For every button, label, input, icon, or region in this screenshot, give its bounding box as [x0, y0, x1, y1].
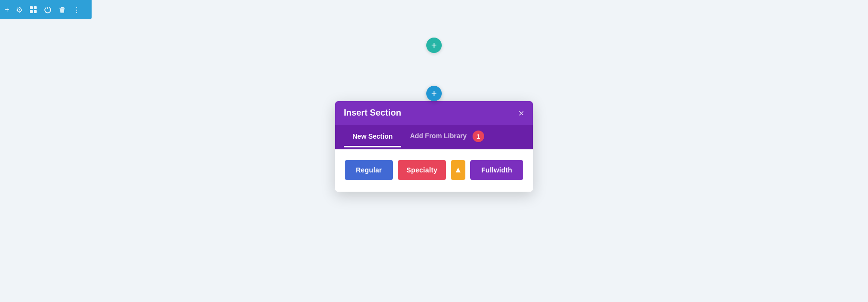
add-section-top-button[interactable]: + — [426, 38, 442, 53]
svg-rect-3 — [34, 10, 37, 13]
specialty-section-button[interactable]: Specialty — [398, 160, 446, 180]
toolbar: + ⚙ ⋮ — [0, 0, 92, 19]
library-badge: 1 — [473, 131, 484, 142]
svg-rect-4 — [59, 8, 65, 9]
modal-tabs: New Section Add From Library 1 — [335, 125, 533, 149]
power-icon[interactable] — [44, 6, 52, 13]
tab-new-section[interactable]: New Section — [344, 127, 401, 147]
add-section-button[interactable]: + — [426, 86, 442, 101]
modal-body: Regular Specialty Fullwidth — [335, 149, 533, 192]
settings-icon[interactable]: ⚙ — [16, 5, 23, 14]
delete-icon[interactable] — [58, 6, 66, 13]
layout-icon[interactable] — [29, 6, 37, 13]
svg-rect-0 — [30, 6, 33, 9]
more-icon[interactable]: ⋮ — [73, 5, 81, 14]
modal-title: Insert Section — [344, 108, 401, 118]
svg-rect-2 — [30, 10, 33, 13]
fullwidth-section-button[interactable]: Fullwidth — [470, 160, 523, 180]
svg-marker-5 — [456, 168, 461, 172]
add-icon[interactable]: + — [5, 5, 9, 14]
regular-section-button[interactable]: Regular — [345, 160, 393, 180]
svg-rect-1 — [34, 6, 37, 9]
specialty-ext-button[interactable] — [451, 160, 465, 180]
tab-add-from-library[interactable]: Add From Library 1 — [401, 125, 492, 149]
insert-section-modal: Insert Section × New Section Add From Li… — [335, 101, 533, 192]
modal-close-button[interactable]: × — [518, 108, 524, 118]
modal-header: Insert Section × — [335, 101, 533, 125]
